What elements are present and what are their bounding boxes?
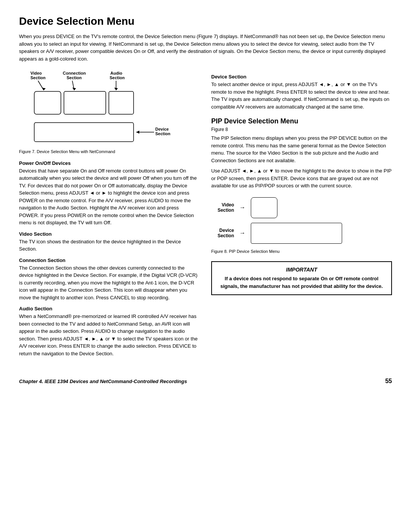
pip-video-box xyxy=(251,197,277,218)
pip-device-box xyxy=(251,223,342,244)
figure7-caption: Figure 7. Device Selection Menu with Net… xyxy=(19,149,200,155)
svg-rect-13 xyxy=(64,91,106,114)
pip-video-row: VideoSection → xyxy=(211,197,392,218)
svg-text:Section: Section xyxy=(67,75,82,80)
svg-text:Connection: Connection xyxy=(63,71,86,75)
svg-text:Section: Section xyxy=(30,75,46,80)
figure7-diagram: Video Section Connection Section Audio S… xyxy=(19,69,200,145)
footer-chapter-text: Chapter 4. IEEE 1394 Devices and NetComm… xyxy=(19,379,187,384)
svg-text:Section: Section xyxy=(155,131,170,136)
audio-section-heading: Audio Section xyxy=(19,306,200,312)
connection-section-heading: Connection Section xyxy=(19,257,200,263)
device-section-text: To select another device or input, press… xyxy=(211,81,392,110)
svg-rect-14 xyxy=(109,91,134,114)
svg-marker-11 xyxy=(114,88,118,90)
connection-section-text: The Connection Section shows the other d… xyxy=(19,264,200,302)
footer-page-number: 55 xyxy=(385,378,392,385)
svg-marker-3 xyxy=(42,88,46,90)
important-text: If a device does not respond to separate… xyxy=(218,275,385,290)
audio-section-text: When a NetCommand® pre-memorized or lear… xyxy=(19,313,200,357)
svg-rect-12 xyxy=(34,91,61,114)
page-title: Device Selection Menu xyxy=(19,15,392,27)
svg-text:Audio: Audio xyxy=(110,71,122,75)
pip-device-label: DeviceSection xyxy=(211,228,234,238)
power-heading: Power On/Off Devices xyxy=(19,160,200,166)
pip-video-arrow: → xyxy=(239,204,245,211)
figure7-svg: Video Section Connection Section Audio S… xyxy=(19,69,194,145)
pip-heading: PIP Device Selection Menu xyxy=(211,117,392,125)
pip-video-label: VideoSection xyxy=(211,202,234,213)
pip-text2: Use ADJUST ◄, ►, ▲ or ▼ to move the high… xyxy=(211,167,392,190)
svg-text:Video: Video xyxy=(30,71,42,75)
power-text: Devices that have separate On and Off re… xyxy=(19,167,200,227)
footer: Chapter 4. IEEE 1394 Devices and NetComm… xyxy=(19,375,392,385)
pip-caption: Figure 8. PIP Device Selection Menu xyxy=(211,248,392,255)
pip-device-row: DeviceSection → xyxy=(211,223,392,244)
svg-marker-17 xyxy=(136,131,139,134)
video-section-text: The TV icon shows the destination for th… xyxy=(19,238,200,253)
video-section-heading: Video Section xyxy=(19,231,200,237)
svg-text:Device: Device xyxy=(155,127,169,131)
svg-text:Section: Section xyxy=(110,75,125,80)
right-column: Device Section To select another device … xyxy=(211,69,392,360)
important-title: IMPORTANT xyxy=(218,267,385,273)
svg-marker-7 xyxy=(72,88,76,90)
pip-figure8: VideoSection → DeviceSection → xyxy=(211,197,392,244)
pip-figure-label: Figure 8 xyxy=(211,127,392,132)
pip-text1: The PIP Selection menu displays when you… xyxy=(211,134,392,164)
svg-rect-15 xyxy=(34,123,134,142)
device-section-heading: Device Section xyxy=(211,74,392,80)
intro-paragraph: When you press DEVICE on the TV's remote… xyxy=(19,33,392,62)
important-box: IMPORTANT If a device does not respond t… xyxy=(211,261,392,295)
left-column: Video Section Connection Section Audio S… xyxy=(19,69,200,360)
pip-device-arrow: → xyxy=(239,230,245,236)
